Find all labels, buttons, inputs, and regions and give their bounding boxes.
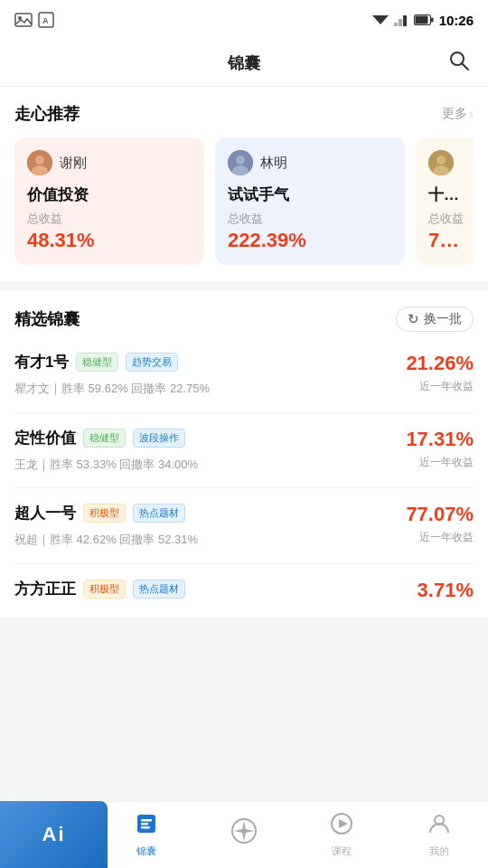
strategy-left-1: 定性价值 稳健型 波段操作 王龙｜胜率 53.33% 回撤率 34.00%	[14, 428, 397, 474]
card-strategy-0: 价值投资	[27, 184, 192, 205]
nav-item-course[interactable]: 课程	[293, 812, 390, 858]
strategy-name-row-1: 定性价值 稳健型 波段操作	[14, 428, 397, 448]
recommend-title: 走心推荐	[14, 103, 80, 125]
nav-label-mine: 我的	[429, 844, 449, 858]
strategy-name-row-3: 方方正正 积极型 热点题材	[14, 579, 408, 599]
strategy-item-1[interactable]: 定性价值 稳健型 波段操作 王龙｜胜率 53.33% 回撤率 34.00% 17…	[14, 413, 474, 489]
tag-1-1: 波段操作	[133, 429, 185, 448]
strategy-yield-3: 3.71%	[418, 579, 474, 602]
image-icon	[14, 13, 33, 27]
nav-icon-course	[330, 812, 353, 841]
strategy-left-0: 有才1号 稳健型 趋势交易 瞿才文｜胜率 59.62% 回撤率 22.75%	[14, 352, 397, 398]
card-yield-label-2: 总收益	[428, 211, 466, 227]
svg-marker-34	[234, 829, 242, 833]
svg-rect-10	[431, 18, 434, 23]
status-bar: A 10:26	[0, 0, 488, 40]
strategy-name-1: 定性价值	[14, 428, 76, 448]
strategy-right-0: 21.26% 近一年收益	[406, 352, 474, 394]
strategy-right-1: 17.31% 近一年收益	[406, 428, 474, 470]
card-yield-value-2: 7…	[428, 229, 466, 252]
card-user-2	[428, 150, 466, 175]
strategy-name-2: 超人一号	[14, 503, 76, 524]
strategy-yield-label-1: 近一年收益	[406, 455, 474, 470]
svg-marker-35	[246, 829, 254, 833]
strategy-item-2[interactable]: 超人一号 积极型 热点题材 祝超｜胜率 42.62% 回撤率 52.31% 77…	[14, 488, 474, 564]
svg-rect-0	[15, 14, 32, 26]
nav-item-jinxiang[interactable]: 锦囊	[98, 812, 195, 858]
recommend-cards-list: 谢刚 价值投资 总收益 48.31% 林明 试试手气 总收益 222.39%	[14, 137, 474, 270]
svg-rect-27	[141, 819, 152, 822]
svg-rect-5	[394, 23, 398, 26]
strategy-yield-0: 21.26%	[406, 352, 474, 375]
status-bar-left: A	[14, 12, 54, 28]
text-icon: A	[38, 12, 54, 28]
ai-badge[interactable]: Ai	[0, 801, 108, 868]
card-user-1: 林明	[228, 150, 392, 175]
tag-2-0: 积极型	[83, 504, 126, 523]
svg-point-31	[241, 828, 247, 834]
strategy-yield-label-2: 近一年收益	[406, 530, 474, 545]
page-title: 锦囊	[228, 52, 260, 74]
strategy-yield-1: 17.31%	[406, 428, 474, 451]
svg-marker-32	[242, 821, 246, 829]
tag-1-0: 稳健型	[83, 429, 126, 448]
more-label: 更多	[442, 106, 467, 122]
strategy-meta-0: 瞿才文｜胜率 59.62% 回撤率 22.75%	[14, 380, 397, 398]
svg-line-12	[463, 63, 469, 70]
card-yield-value-1: 222.39%	[228, 229, 392, 252]
card-yield-label-1: 总收益	[228, 211, 392, 227]
card-user-0: 谢刚	[27, 150, 192, 175]
recommend-card-0[interactable]: 谢刚 价值投资 总收益 48.31%	[14, 137, 204, 265]
strategy-meta-1: 王龙｜胜率 53.33% 回撤率 34.00%	[14, 456, 397, 474]
nav-item-compass[interactable]	[195, 817, 293, 854]
recommend-card-2[interactable]: 十… 总收益 7…	[416, 137, 474, 265]
card-strategy-1: 试试手气	[228, 184, 392, 205]
page-header: 锦囊	[0, 40, 488, 87]
strategy-yield-2: 77.07%	[406, 503, 474, 526]
svg-point-17	[236, 156, 245, 165]
refresh-button[interactable]: ↻ 换一批	[396, 307, 474, 332]
selected-section: 精选锦囊 ↻ 换一批 有才1号 稳健型 趋势交易 瞿才文｜胜率 59.62% 回…	[0, 290, 488, 618]
avatar-1	[228, 150, 253, 175]
status-bar-right: 10:26	[372, 13, 474, 28]
svg-point-20	[436, 156, 446, 165]
tag-3-1: 热点题材	[133, 580, 185, 599]
refresh-icon: ↻	[408, 311, 419, 327]
tag-2-1: 热点题材	[133, 504, 185, 523]
card-username-0: 谢刚	[60, 155, 87, 172]
recommend-section: 走心推荐 更多 › 谢刚 价值投资 总收益 48.31%	[0, 87, 488, 281]
svg-rect-6	[399, 19, 402, 26]
strategy-yield-label-0: 近一年收益	[406, 379, 474, 394]
svg-text:A: A	[42, 16, 49, 25]
strategy-name-3: 方方正正	[14, 579, 76, 599]
selected-header: 精选锦囊 ↻ 换一批	[14, 307, 474, 332]
recommend-more[interactable]: 更多 ›	[442, 106, 474, 122]
strategy-name-row-2: 超人一号 积极型 热点题材	[14, 503, 397, 524]
status-time: 10:26	[439, 13, 474, 28]
selected-title: 精选锦囊	[14, 308, 80, 330]
card-yield-label-0: 总收益	[27, 211, 192, 227]
strategy-item-3[interactable]: 方方正正 积极型 热点题材 3.71%	[14, 564, 474, 610]
svg-marker-4	[372, 15, 389, 24]
nav-item-mine[interactable]: 我的	[390, 812, 488, 858]
nav-icon-compass	[230, 817, 258, 850]
svg-marker-33	[242, 833, 246, 841]
search-button[interactable]	[448, 50, 470, 77]
tag-3-0: 积极型	[83, 580, 126, 599]
strategy-item-0[interactable]: 有才1号 稳健型 趋势交易 瞿才文｜胜率 59.62% 回撤率 22.75% 2…	[14, 337, 474, 413]
nav-label-jinxiang: 锦囊	[136, 844, 156, 858]
chevron-right-icon: ›	[469, 107, 474, 121]
wifi-icon	[372, 14, 389, 26]
refresh-label: 换一批	[424, 311, 462, 327]
svg-rect-29	[141, 826, 150, 829]
battery-icon	[414, 14, 434, 25]
recommend-card-1[interactable]: 林明 试试手气 总收益 222.39%	[215, 137, 405, 265]
tag-0-0: 稳健型	[76, 353, 118, 372]
svg-rect-7	[403, 15, 407, 26]
svg-marker-37	[339, 819, 348, 828]
recommend-header: 走心推荐 更多 ›	[14, 103, 474, 125]
strategy-meta-2: 祝超｜胜率 42.62% 回撤率 52.31%	[14, 531, 397, 549]
strategy-name-row-0: 有才1号 稳健型 趋势交易	[14, 352, 397, 373]
nav-label-course: 课程	[332, 844, 352, 858]
strategy-left-2: 超人一号 积极型 热点题材 祝超｜胜率 42.62% 回撤率 52.31%	[14, 503, 397, 549]
